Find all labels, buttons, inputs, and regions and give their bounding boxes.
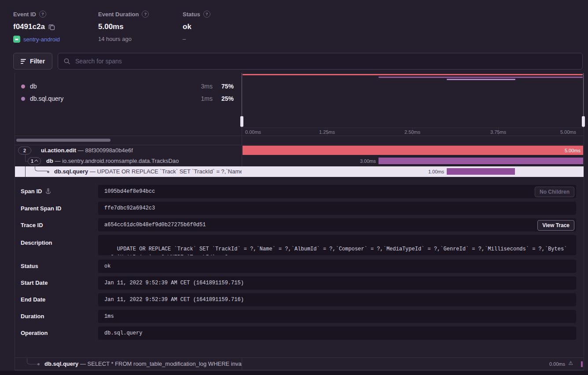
legend-op-percent: 25% — [219, 95, 234, 102]
end-date-label: End Date — [21, 296, 45, 303]
span-duration: 3.00ms — [360, 156, 376, 166]
status-detail-label-text: Status — [21, 263, 38, 269]
span-id-label-text: Span ID — [21, 188, 42, 195]
warning-icon[interactable]: ⚠ — [568, 360, 573, 366]
duration-value: 1ms — [104, 313, 114, 320]
legend-row-db-sql-query[interactable]: db.sql.query 1ms 25% — [21, 92, 234, 105]
tree-guide — [25, 166, 26, 177]
span-row-db[interactable]: 1 db — io.sentry.android.roomsample.data… — [15, 156, 584, 166]
span-description: io.sentry.android.roomsample.data.Tracks… — [62, 158, 179, 164]
tree-bar-divider — [242, 357, 242, 370]
span-row-select-query[interactable]: db.sql.query — SELECT * FROM room_table_… — [15, 357, 584, 370]
copy-icon[interactable] — [48, 24, 55, 30]
minimap-left-handle[interactable] — [240, 116, 243, 127]
trace-minimap[interactable] — [242, 73, 584, 128]
status-label-text: Status — [183, 11, 200, 18]
span-bar-ui-action-edit[interactable] — [243, 146, 583, 155]
axis-tick-0: 0.00ms — [245, 129, 261, 135]
minimap-right-handle[interactable] — [582, 116, 585, 127]
event-duration-value: 5.00ms — [98, 22, 124, 31]
span-duration: 5.00ms — [565, 145, 581, 156]
no-children-button[interactable]: No Children — [535, 187, 574, 197]
children-count: 2 — [23, 148, 26, 153]
span-waterfall-panel: db 3ms 75% db.sql.query 1ms 25% 0.00ms 1… — [15, 73, 584, 371]
description-value-box: UPDATE OR REPLACE `Track` SET `TrackId` … — [98, 235, 576, 255]
legend-op-percent: 75% — [219, 83, 234, 90]
operation-label-text: Operation — [21, 330, 48, 336]
tree-guide — [25, 154, 26, 161]
android-project-icon — [13, 36, 20, 43]
trace-id-value-box: a654cc61dc0b48ef9d0b27275b6f0d51 View Tr… — [98, 218, 576, 232]
status-value: ok — [183, 22, 191, 31]
legend-row-db[interactable]: db 3ms 75% — [21, 80, 234, 92]
children-count-pill[interactable]: 2 — [18, 147, 31, 154]
separator: — — [55, 158, 61, 164]
operation-value: db.sql.query — [104, 330, 142, 336]
span-op: db — [46, 158, 53, 164]
span-description: UPDATE OR REPLACE `Track` SET `TrackId` … — [97, 168, 242, 175]
minimap-span-db — [379, 77, 583, 78]
span-dot — [47, 171, 49, 173]
separator: — — [80, 360, 86, 367]
tree-scrollbar-track[interactable] — [15, 136, 584, 145]
axis-tick-4: 5.00ms — [560, 129, 576, 135]
span-bar-db[interactable] — [379, 158, 583, 164]
minimap-span-ui-action-edit — [243, 74, 583, 75]
event-id-value: f0491c2a — [13, 22, 45, 31]
end-date-value: Jan 11, 2022 9:52:39 AM CET (1641891159.… — [104, 297, 244, 303]
filter-button[interactable]: Filter — [13, 53, 52, 70]
operation-label: Operation — [21, 330, 48, 336]
description-value: UPDATE OR REPLACE `Track` SET `TrackId` … — [104, 246, 570, 255]
status-detail-label: Status — [21, 263, 38, 269]
anchor-icon[interactable] — [45, 188, 51, 195]
event-duration-label-text: Event Duration — [98, 11, 139, 18]
axis-tick-1: 1.25ms — [319, 129, 335, 135]
op-color-dot — [21, 85, 25, 88]
span-search[interactable] — [58, 53, 583, 70]
tree-connector — [35, 165, 48, 171]
span-description: 88f300998a0b4e6f — [85, 147, 132, 154]
span-row-db-sql-query-selected[interactable]: db.sql.query — UPDATE OR REPLACE `Track`… — [15, 166, 584, 177]
event-id-label-text: Event ID — [13, 11, 36, 18]
separator: — — [90, 168, 96, 175]
op-color-dot — [21, 97, 25, 101]
children-count: 1 — [31, 158, 33, 164]
span-bar-db-sql-query[interactable] — [447, 168, 515, 175]
event-id-label: Event ID ? — [13, 11, 60, 18]
span-id-label: Span ID — [21, 188, 51, 195]
parent-span-id-label-text: Parent Span ID — [21, 205, 61, 212]
legend-op-duration: 1ms — [201, 95, 213, 102]
search-icon — [63, 58, 70, 65]
axis-tick-2: 2.50ms — [404, 129, 420, 135]
event-duration-field: Event Duration ? 5.00ms 14 hours ago — [98, 11, 149, 42]
duration-label-text: Duration — [21, 313, 44, 320]
help-icon[interactable]: ? — [39, 11, 46, 18]
status-sub: – — [183, 36, 186, 42]
span-op: db.sql.query — [44, 360, 78, 367]
help-icon[interactable]: ? — [142, 11, 149, 18]
operation-value-box: db.sql.query — [98, 327, 576, 340]
search-input[interactable] — [74, 57, 577, 65]
project-link[interactable]: sentry-android — [23, 36, 60, 43]
tree-connector — [27, 358, 38, 364]
span-id-value-box: 1095bd4ef8e94bcc No Children — [98, 185, 576, 198]
event-age: 14 hours ago — [98, 36, 132, 42]
duration-value-box: 1ms — [98, 310, 576, 323]
view-trace-button[interactable]: View Trace — [537, 220, 574, 231]
legend-op-duration: 3ms — [201, 83, 213, 90]
end-date-label-text: End Date — [21, 296, 45, 303]
separator: — — [78, 147, 84, 154]
span-row-ui-action-edit[interactable]: 2 ui.action.edit — 88f300998a0b4e6f 5.00… — [15, 145, 584, 156]
start-date-value-box: Jan 11, 2022 9:52:39 AM CET (1641891159.… — [98, 276, 576, 290]
chevron-up-icon — [34, 159, 38, 163]
children-count-pill[interactable]: 1 — [28, 157, 41, 165]
legend-op-name: db.sql.query — [30, 95, 201, 102]
end-date-value-box: Jan 11, 2022 9:52:39 AM CET (1641891159.… — [98, 293, 576, 306]
duration-label: Duration — [21, 313, 44, 320]
zero-duration-bar — [581, 361, 583, 367]
trace-id-value: a654cc61dc0b48ef9d0b27275b6f0d51 — [104, 222, 206, 228]
tree-scrollbar-thumb[interactable] — [16, 139, 110, 142]
filter-button-label: Filter — [30, 58, 45, 65]
help-icon[interactable]: ? — [203, 11, 210, 18]
description-label: Description — [21, 239, 52, 246]
